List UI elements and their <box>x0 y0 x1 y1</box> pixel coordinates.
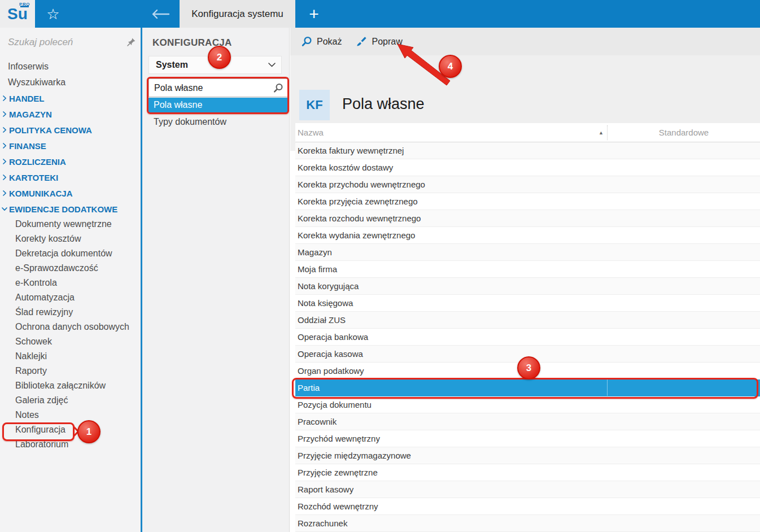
sidebar-item-polityka-cenowa[interactable]: POLITYKA CENOWA <box>0 122 141 138</box>
table-row[interactable]: Przychód wewnętrzny <box>295 430 760 447</box>
sidebar-nav: InfoserwisWyszukiwarkaHANDELMAGAZYNPOLIT… <box>0 57 141 452</box>
sidebar-item-label: Korekty kosztów <box>15 234 81 244</box>
scope-dropdown[interactable]: System <box>148 56 282 74</box>
sidebar-item-dokumenty-wewnętrzne[interactable]: Dokumenty wewnętrzne <box>0 217 141 232</box>
sidebar-item-korekty-kosztów[interactable]: Korekty kosztów <box>0 232 141 246</box>
table-row[interactable]: Rozchód wewnętrzny <box>295 498 760 515</box>
sidebar-item-wyszukiwarka[interactable]: Wyszukiwarka <box>0 75 141 90</box>
cell-nazwa: Oddział ZUS <box>295 315 607 325</box>
sidebar-item-infoserwis[interactable]: Infoserwis <box>0 59 141 75</box>
table-row[interactable]: Organ podatkowy <box>295 363 760 380</box>
config-search-input[interactable] <box>154 83 261 93</box>
cell-nazwa: Raport kasowy <box>295 485 607 494</box>
pin-icon[interactable] <box>126 37 136 49</box>
table-row[interactable]: Nota księgowa <box>295 295 760 312</box>
sidebar-item-label: Automatyzacja <box>15 293 75 303</box>
logo-pro-label: PRO <box>19 2 30 7</box>
chevron-down-icon <box>268 63 276 67</box>
new-tab-button[interactable]: + <box>303 0 325 28</box>
command-search <box>0 28 141 57</box>
search-icon <box>273 83 283 93</box>
sidebar-item-finanse[interactable]: FINANSE <box>0 138 141 154</box>
table-row[interactable]: Pozycja dokumentu <box>295 396 760 413</box>
sidebar-item-schowek[interactable]: Schowek <box>0 334 141 349</box>
cell-nazwa: Przyjęcie zewnętrzne <box>295 468 607 477</box>
back-button[interactable] <box>146 0 175 28</box>
table-row[interactable]: Przyjęcie międzymagazynowe <box>295 447 760 464</box>
magnifier-icon <box>302 36 312 47</box>
cell-nazwa: Korekta kosztów dostawy <box>295 163 607 172</box>
cell-nazwa: Pozycja dokumentu <box>295 400 607 409</box>
sidebar-item-kartoteki[interactable]: KARTOTEKI <box>0 169 141 185</box>
command-search-input[interactable] <box>0 37 119 48</box>
tab-title: Konfiguracja systemu <box>191 8 283 20</box>
sidebar-item-ślad-rewizyjny[interactable]: Ślad rewizyjny <box>0 305 141 320</box>
sidebar-item-galeria-zdjęć[interactable]: Galeria zdjęć <box>0 393 141 408</box>
table-row[interactable]: Magazyn <box>295 244 760 261</box>
table-row[interactable]: Oddział ZUS <box>295 312 760 329</box>
sidebar-item-biblioteka-załączników[interactable]: Biblioteka załączników <box>0 378 141 393</box>
show-button[interactable]: Pokaż <box>302 36 342 47</box>
table-row[interactable]: Rozrachunek <box>295 515 760 532</box>
column-header-nazwa[interactable]: Nazwa ▲ <box>295 123 607 142</box>
table-row[interactable]: Operacja kasowa <box>295 346 760 363</box>
table-row[interactable]: Korekta rozchodu wewnętrznego <box>295 210 760 227</box>
sidebar-item-label: Schowek <box>15 337 52 347</box>
table-header: Nazwa ▲ Standardowe <box>295 123 760 142</box>
config-section-item[interactable]: Typy dokumentów <box>148 115 289 129</box>
sidebar-item-label: FINANSE <box>9 141 46 151</box>
cell-nazwa: Rozrachunek <box>295 518 607 528</box>
sidebar-item-magazyn[interactable]: MAGAZYN <box>0 106 141 122</box>
sidebar-item-notes[interactable]: Notes <box>0 408 141 422</box>
main-toolbar: Pokaż Popraw <box>290 28 760 55</box>
table-row[interactable]: Korekta faktury wewnętrznej <box>295 142 760 159</box>
chevron-right-icon <box>2 127 8 133</box>
config-search-box <box>148 79 289 97</box>
sidebar-item-label: Infoserwis <box>8 62 49 72</box>
sidebar-item-komunikacja[interactable]: KOMUNIKACJA <box>0 185 141 201</box>
table-row[interactable]: Korekta wydania zewnętrznego <box>295 227 760 244</box>
sidebar-item-raporty[interactable]: Raporty <box>0 364 141 378</box>
sidebar-item-label: Dekretacja dokumentów <box>15 248 112 259</box>
table-row[interactable]: Korekta przyjęcia zewnętrznego <box>295 193 760 210</box>
back-arrow-icon <box>151 8 170 20</box>
table-row[interactable]: Pracownik <box>295 413 760 430</box>
edit-button[interactable]: Popraw <box>356 36 402 47</box>
cell-nazwa: Partia <box>295 383 607 393</box>
sort-ascending-icon: ▲ <box>599 130 604 136</box>
sidebar-item-label: Ochrona danych osobowych <box>15 322 129 332</box>
sidebar-item-ewidencje-dodatkowe[interactable]: EWIDENCJE DODATKOWE <box>0 201 141 217</box>
table-row[interactable]: Przyjęcie zewnętrzne <box>295 464 760 481</box>
sidebar-item-e-kontrola[interactable]: e-Kontrola <box>0 276 141 290</box>
sidebar-item-label: Wyszukiwarka <box>8 77 65 88</box>
sidebar-item-laboratorium[interactable]: Laboratorium <box>0 437 141 452</box>
table-row[interactable]: Raport kasowy <box>295 481 760 498</box>
config-section-selected[interactable]: Pola własne <box>148 98 289 112</box>
sidebar-item-konfiguracja[interactable]: Konfiguracja <box>0 422 141 437</box>
table-row[interactable]: Korekta kosztów dostawy <box>295 159 760 176</box>
sidebar-item-label: Konfiguracja <box>15 425 65 435</box>
table-row[interactable]: Operacja bankowa <box>295 329 760 346</box>
cell-standardowe <box>607 380 760 396</box>
table-row[interactable]: Partia <box>295 380 760 396</box>
table-row[interactable]: Nota korygująca <box>295 278 760 295</box>
sidebar-item-rozliczenia[interactable]: ROZLICZENIA <box>0 154 141 169</box>
app-logo[interactable]: Su PRO <box>0 0 35 28</box>
table-row[interactable]: Moja firma <box>295 261 760 278</box>
sidebar-item-handel[interactable]: HANDEL <box>0 90 141 106</box>
column-header-standardowe[interactable]: Standardowe <box>607 125 760 140</box>
sidebar-item-label: Dokumenty wewnętrzne <box>15 219 112 229</box>
sidebar-item-e-sprawozdawczość[interactable]: e-Sprawozdawczość <box>0 261 141 276</box>
sidebar-item-ochrona-danych-osobowych[interactable]: Ochrona danych osobowych <box>0 320 141 334</box>
cell-nazwa: Operacja bankowa <box>295 332 607 342</box>
sidebar-item-naklejki[interactable]: Naklejki <box>0 349 141 364</box>
sidebar-item-label: Ślad rewizyjny <box>15 307 73 317</box>
sidebar-item-dekretacja-dokumentów[interactable]: Dekretacja dokumentów <box>0 246 141 261</box>
sidebar-item-label: Notes <box>15 410 39 420</box>
kf-badge: KF <box>299 90 330 120</box>
tab-konfiguracja-systemu[interactable]: Konfiguracja systemu <box>180 0 295 28</box>
sidebar-item-automatyzacja[interactable]: Automatyzacja <box>0 290 141 305</box>
table-row[interactable]: Korekta przychodu wewnętrznego <box>295 176 760 193</box>
favorites-button[interactable]: ☆ <box>43 0 63 28</box>
cell-nazwa: Korekta przyjęcia zewnętrznego <box>295 197 607 206</box>
